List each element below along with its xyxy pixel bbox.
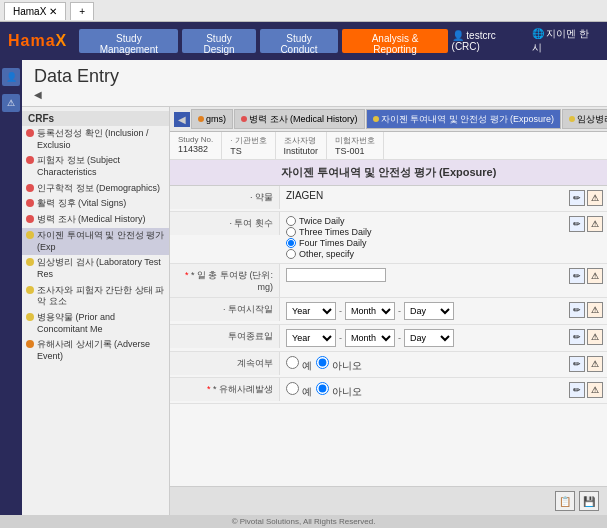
tab-left-arrow[interactable]: ◀ xyxy=(174,112,190,127)
nav-study-design[interactable]: Study Design xyxy=(182,29,255,53)
tab-label: HamaX xyxy=(13,6,46,17)
form-row-end-date: 투여종료일 Year - Month - Day xyxy=(170,325,607,352)
dose-warn-button[interactable]: ⚠ xyxy=(587,268,603,284)
dot-icon xyxy=(198,116,204,122)
end-date-warn-button[interactable]: ⚠ xyxy=(587,329,603,345)
start-month-select[interactable]: Month xyxy=(345,302,395,320)
radio-twice-daily[interactable]: Twice Daily xyxy=(286,216,372,226)
dose-input[interactable] xyxy=(286,268,386,282)
study-no-cell: Study No. 114382 xyxy=(170,132,222,159)
browser-tab[interactable]: HamaX ✕ xyxy=(4,2,66,20)
radio-three-times[interactable]: Three Times Daily xyxy=(286,227,372,237)
start-day-select[interactable]: Day xyxy=(404,302,454,320)
horizontal-tabs: ◀ gms) 병력 조사 (Medical History) 자이젠 투여내역 … xyxy=(170,107,607,132)
drug-warn-button[interactable]: ⚠ xyxy=(587,190,603,206)
form-section: 자이젠 투여내역 및 안전성 평가 (Exposure) · 약물 ZIAGEN… xyxy=(170,160,607,486)
nav-study-conduct[interactable]: Study Conduct xyxy=(260,29,339,53)
frequency-value: Twice Daily Three Times Daily Four Times… xyxy=(280,212,565,263)
copy-button[interactable]: 📋 xyxy=(555,491,575,511)
frequency-actions: ✏ ⚠ xyxy=(565,212,607,236)
adverse-yes[interactable]: 예 xyxy=(286,382,312,399)
back-button[interactable]: ◀ xyxy=(34,89,595,100)
right-panel: ◀ gms) 병력 조사 (Medical History) 자이젠 투여내역 … xyxy=(170,107,607,515)
adverse-warn-button[interactable]: ⚠ xyxy=(587,382,603,398)
crf-item-lab-test[interactable]: 임상병리 검사 (Laboratory Test Res xyxy=(22,255,169,282)
tab-gms[interactable]: gms) xyxy=(191,109,233,129)
crf-item-medical-history[interactable]: 병력 조사 (Medical History) xyxy=(22,212,169,228)
tab-medical-history[interactable]: 병력 조사 (Medical History) xyxy=(234,109,365,129)
frequency-edit-button[interactable]: ✏ xyxy=(569,216,585,232)
sidebar-alert-icon[interactable]: ⚠ xyxy=(2,94,20,112)
form-section-title: 자이젠 투여내역 및 안전성 평가 (Exposure) xyxy=(170,160,607,186)
investigator-cell: 조사자명 Institutor xyxy=(276,132,328,159)
crf-item-inclusion[interactable]: 등록선정성 확인 (Inclusion / Exclusio xyxy=(22,126,169,153)
lang-label: 🌐 지이멘 한 시 xyxy=(532,27,599,55)
study-info-row: Study No. 114382 · 기관번호 TS 조사자명 Institut… xyxy=(170,132,607,160)
tab-exposure[interactable]: 자이젠 투여내역 및 안전성 평가 (Exposure) xyxy=(366,109,562,129)
drug-label: · 약물 xyxy=(170,186,280,209)
app-window: HamaX Study Management Study Design Stud… xyxy=(0,22,607,528)
end-year-select[interactable]: Year xyxy=(286,329,336,347)
subject-cell: 미험자번호 TS-001 xyxy=(327,132,384,159)
frequency-label: · 투여 횟수 xyxy=(170,212,280,235)
drug-actions: ✏ ⚠ xyxy=(565,186,607,210)
dot-orange-icon xyxy=(26,340,34,348)
start-date-warn-button[interactable]: ⚠ xyxy=(587,302,603,318)
logo-text: Hama xyxy=(8,32,56,49)
dose-edit-button[interactable]: ✏ xyxy=(569,268,585,284)
tab-lab-test[interactable]: 임상병리 검사 (Laboratory Test ... xyxy=(562,109,607,129)
crf-item-subject[interactable]: 피험자 정보 (Subject Characteristics xyxy=(22,153,169,180)
dot-yellow-icon xyxy=(26,313,34,321)
radio-four-times[interactable]: Four Times Daily xyxy=(286,238,372,248)
dot-red-icon xyxy=(26,156,34,164)
dot-yellow-icon xyxy=(26,258,34,266)
crf-list-title: CRFs xyxy=(22,111,169,126)
main-content: 👤 ⚠ Data Entry ◀ CRFs 등록선정성 확인 (Inclusio… xyxy=(0,60,607,515)
crf-item-exposure[interactable]: 자이젠 투여내역 및 안전성 평가 (Exp xyxy=(22,228,169,255)
sidebar-icons: 👤 ⚠ xyxy=(0,60,22,515)
nav-study-management[interactable]: Study Management xyxy=(79,29,178,53)
dot-red-icon xyxy=(26,215,34,223)
dot-icon xyxy=(373,116,379,122)
sidebar-user-icon[interactable]: 👤 xyxy=(2,68,20,86)
adverse-no[interactable]: 아니오 xyxy=(316,382,362,399)
new-tab-button[interactable]: + xyxy=(70,2,94,20)
form-row-dose: * * 일 총 투여량 (단위: mg) ✏ ⚠ xyxy=(170,264,607,298)
crf-item-concomitant[interactable]: 병용약물 (Prior and Concomitant Me xyxy=(22,310,169,337)
adverse-value: 예 아니오 xyxy=(280,378,565,403)
dot-red-icon xyxy=(26,199,34,207)
continue-yes[interactable]: 예 xyxy=(286,356,312,373)
crf-item-vital-signs[interactable]: 활력 징후 (Vital Signs) xyxy=(22,196,169,212)
frequency-warn-button[interactable]: ⚠ xyxy=(587,216,603,232)
continue-warn-button[interactable]: ⚠ xyxy=(587,356,603,372)
start-date-edit-button[interactable]: ✏ xyxy=(569,302,585,318)
dot-yellow-icon xyxy=(26,231,34,239)
continue-no[interactable]: 아니오 xyxy=(316,356,362,373)
form-row-drug: · 약물 ZIAGEN ✏ ⚠ xyxy=(170,186,607,212)
start-date-inputs: Year - Month - Day xyxy=(286,302,454,320)
end-day-select[interactable]: Day xyxy=(404,329,454,347)
drug-edit-button[interactable]: ✏ xyxy=(569,190,585,206)
start-date-label: · 투여시작일 xyxy=(170,298,280,321)
radio-other[interactable]: Other, specify xyxy=(286,249,372,259)
crf-item-demographics[interactable]: 인구학적 정보 (Demographics) xyxy=(22,181,169,197)
continue-edit-button[interactable]: ✏ xyxy=(569,356,585,372)
end-month-select[interactable]: Month xyxy=(345,329,395,347)
end-date-label: 투여종료일 xyxy=(170,325,280,348)
start-year-select[interactable]: Year xyxy=(286,302,336,320)
end-date-inputs: Year - Month - Day xyxy=(286,329,454,347)
crf-item-investigator[interactable]: 조사자와 피험자 간단한 상태 파악 요소 xyxy=(22,283,169,310)
browser-bar: HamaX ✕ + xyxy=(0,0,607,22)
end-date-edit-button[interactable]: ✏ xyxy=(569,329,585,345)
drug-value: ZIAGEN xyxy=(280,186,565,205)
save-button[interactable]: 💾 xyxy=(579,491,599,511)
nav-analysis-reporting[interactable]: Analysis & Reporting xyxy=(342,29,447,53)
dot-yellow-icon xyxy=(26,286,34,294)
continue-actions: ✏ ⚠ xyxy=(565,352,607,376)
dot-red-icon xyxy=(26,129,34,137)
app-header: HamaX Study Management Study Design Stud… xyxy=(0,22,607,60)
crf-item-adverse-event[interactable]: 유해사례 상세기록 (Adverse Event) xyxy=(22,337,169,364)
frequency-radio-group: Twice Daily Three Times Daily Four Times… xyxy=(286,216,372,259)
adverse-edit-button[interactable]: ✏ xyxy=(569,382,585,398)
form-row-continue: 계속여부 예 아니오 ✏ ⚠ xyxy=(170,352,607,378)
